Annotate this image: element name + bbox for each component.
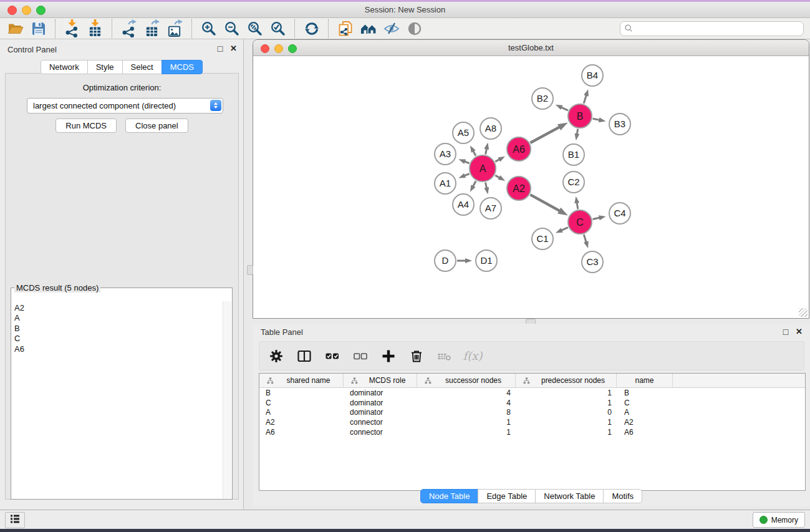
export-table-icon[interactable]: [140, 19, 163, 39]
run-mcds-button[interactable]: Run MCDS: [55, 118, 117, 133]
node-C3[interactable]: C3: [582, 251, 603, 273]
edge-A2-C[interactable]: [530, 195, 567, 215]
node-B[interactable]: B: [568, 104, 592, 128]
settings-gear-icon[interactable]: [267, 347, 286, 365]
edge-A-A8[interactable]: [484, 143, 489, 155]
node-C[interactable]: C: [568, 210, 592, 234]
tab-node-table[interactable]: Node Table: [420, 489, 479, 503]
node-A8[interactable]: A8: [480, 118, 501, 139]
refresh-icon[interactable]: [300, 19, 323, 39]
delete-column-icon[interactable]: [407, 347, 426, 365]
node-A[interactable]: A: [470, 155, 496, 181]
edge-A-A7[interactable]: [484, 183, 489, 195]
edge-A-A6[interactable]: [495, 157, 505, 162]
node-D[interactable]: D: [435, 250, 456, 271]
table-close-panel-icon[interactable]: [796, 327, 803, 337]
node-A7[interactable]: A7: [480, 198, 501, 219]
edge-C-C2[interactable]: [574, 196, 579, 210]
edge-A6-B[interactable]: [530, 122, 567, 143]
task-history-button[interactable]: [5, 512, 25, 528]
table-row[interactable]: Adominator80A: [259, 407, 805, 417]
export-image-icon[interactable]: [163, 19, 186, 39]
tab-mcds[interactable]: MCDS: [162, 60, 203, 74]
mcds-result-list[interactable]: A2ABCA6: [12, 301, 223, 498]
tab-network[interactable]: Network: [41, 60, 88, 74]
edge-D-D1[interactable]: [457, 258, 472, 263]
import-network-icon[interactable]: [60, 19, 84, 39]
resize-grip-icon[interactable]: [799, 308, 808, 317]
open-session-icon[interactable]: [4, 19, 27, 39]
table-row[interactable]: A2connector11A2: [259, 417, 805, 427]
save-session-icon[interactable]: [27, 19, 50, 39]
vertical-divider-grip[interactable]: [247, 265, 253, 275]
search-input[interactable]: [635, 22, 797, 35]
memory-button[interactable]: Memory: [753, 512, 805, 528]
node-C4[interactable]: C4: [609, 203, 630, 224]
node-A6[interactable]: A6: [507, 137, 531, 161]
select-all-icon[interactable]: [323, 347, 342, 365]
tab-network-table[interactable]: Network Table: [535, 489, 604, 503]
column-header-predecessor-nodes[interactable]: predecessor nodes: [516, 374, 617, 387]
float-panel-icon[interactable]: [218, 44, 223, 54]
close-panel-button[interactable]: Close panel: [125, 118, 188, 133]
edge-B-B3[interactable]: [593, 117, 606, 122]
edge-C-C1[interactable]: [556, 228, 568, 233]
node-B2[interactable]: B2: [532, 88, 553, 109]
export-network-icon[interactable]: [117, 19, 140, 39]
node-A1[interactable]: A1: [435, 173, 456, 194]
table-row[interactable]: A6connector11A6: [259, 427, 805, 437]
show-columns-icon[interactable]: [295, 347, 314, 365]
result-item[interactable]: A6: [14, 344, 223, 354]
zoom-in-icon[interactable]: [197, 19, 220, 39]
column-header-MCDS-role[interactable]: MCDS role: [344, 374, 417, 387]
close-panel-icon[interactable]: [230, 44, 237, 54]
node-A3[interactable]: A3: [435, 143, 456, 165]
result-item[interactable]: A: [14, 313, 223, 323]
criterion-select[interactable]: largest connected component (directed): [27, 98, 223, 114]
edge-A-A3[interactable]: [458, 159, 469, 164]
edge-B-B4[interactable]: [584, 89, 589, 104]
show-details-icon[interactable]: [403, 19, 426, 39]
add-column-icon[interactable]: [379, 347, 398, 365]
zoom-selected-icon[interactable]: [266, 19, 289, 39]
network-canvas[interactable]: B4B2BB3A8A5A6A3B1AC2A1A2A4A7C4CC1C3DD1: [253, 56, 809, 318]
first-neighbors-icon[interactable]: [357, 19, 380, 39]
column-header-name[interactable]: name: [617, 374, 673, 387]
result-scrollbar[interactable]: [223, 301, 231, 498]
result-item[interactable]: C: [14, 334, 223, 344]
node-A5[interactable]: A5: [453, 122, 474, 143]
node-B3[interactable]: B3: [609, 114, 630, 135]
tab-select[interactable]: Select: [122, 60, 162, 74]
tab-edge-table[interactable]: Edge Table: [478, 489, 536, 503]
deselect-all-icon[interactable]: [351, 347, 370, 365]
tab-motifs[interactable]: Motifs: [603, 489, 642, 503]
edge-B-B2[interactable]: [556, 105, 568, 110]
node-D1[interactable]: D1: [476, 250, 497, 271]
zoom-fit-icon[interactable]: [243, 19, 266, 39]
table-float-panel-icon[interactable]: [783, 327, 788, 337]
node-C2[interactable]: C2: [563, 172, 584, 193]
edge-A-A5[interactable]: [470, 145, 476, 156]
column-header-shared-name[interactable]: shared name: [259, 374, 344, 387]
hide-details-icon[interactable]: [380, 19, 403, 39]
edge-B-B1[interactable]: [574, 129, 579, 141]
edge-A-A2[interactable]: [495, 175, 505, 181]
column-header-successor-nodes[interactable]: successor nodes: [417, 374, 516, 387]
edge-A-A4[interactable]: [470, 181, 476, 191]
result-item[interactable]: B: [14, 324, 223, 334]
result-item[interactable]: A2: [14, 303, 223, 313]
table-row[interactable]: Bdominator41B: [259, 388, 805, 398]
node-C1[interactable]: C1: [532, 228, 553, 249]
table-row[interactable]: Cdominator41C: [259, 398, 805, 408]
node-A2[interactable]: A2: [507, 177, 531, 200]
edge-C-C3[interactable]: [584, 235, 589, 248]
new-network-icon[interactable]: [334, 19, 357, 39]
import-table-icon[interactable]: [84, 19, 107, 39]
zoom-out-icon[interactable]: [220, 19, 243, 39]
node-B1[interactable]: B1: [563, 144, 584, 165]
tab-style[interactable]: Style: [87, 60, 123, 74]
edge-A-A1[interactable]: [458, 173, 469, 178]
node-B4[interactable]: B4: [582, 65, 603, 86]
node-A4[interactable]: A4: [453, 194, 474, 215]
edge-C-C4[interactable]: [593, 215, 606, 220]
